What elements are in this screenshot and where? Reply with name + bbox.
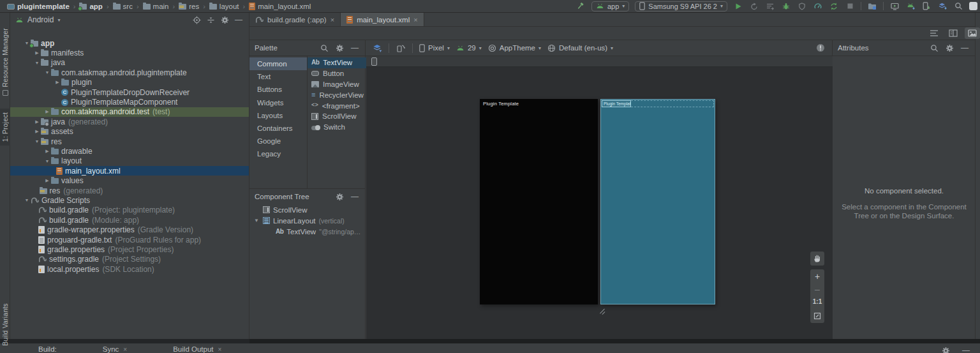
tree-arrow-icon[interactable]: ▶ bbox=[33, 119, 41, 124]
tree-arrow-icon[interactable]: ▼ bbox=[23, 198, 31, 202]
gear-icon[interactable] bbox=[334, 192, 345, 202]
run-with-coverage-button[interactable] bbox=[797, 1, 807, 11]
hide-panel-button[interactable]: — bbox=[350, 43, 360, 52]
rerun-button[interactable] bbox=[749, 1, 759, 11]
palette-category-buttons[interactable]: Buttons bbox=[249, 83, 307, 96]
tree-item[interactable]: ▶com.atakmap.android.test(test) bbox=[10, 107, 249, 117]
editor-tab-main-layout-xml[interactable]: main_layout.xml× bbox=[341, 13, 424, 26]
search-icon[interactable] bbox=[929, 43, 939, 53]
tree-item[interactable]: ▶values bbox=[10, 176, 249, 185]
palette-item-imageview[interactable]: ImageView bbox=[308, 79, 375, 90]
tree-item[interactable]: ▶manifests bbox=[10, 48, 249, 57]
palette-item-scrollview[interactable]: ScrollView bbox=[308, 111, 375, 122]
tree-item[interactable]: main_layout.xml bbox=[10, 166, 249, 176]
tree-item[interactable]: ▶plugin bbox=[10, 78, 249, 87]
tool-window-button--project[interactable]: 1: Project bbox=[0, 109, 10, 146]
palette-item-recyclerview[interactable]: ≡RecyclerView↓ bbox=[308, 89, 375, 100]
tree-item[interactable]: settings.gradle(Project Settings) bbox=[10, 255, 249, 264]
component-tree-item-textview[interactable]: AbTextView"@string/app_na... bbox=[249, 226, 365, 237]
search-icon[interactable] bbox=[319, 43, 329, 53]
close-icon[interactable]: × bbox=[218, 346, 222, 353]
tree-arrow-icon[interactable]: ▶ bbox=[33, 50, 41, 56]
tree-item[interactable]: local.properties(SDK Location) bbox=[10, 264, 249, 274]
device-select[interactable]: Samsung S9 API 26 2 ▾ bbox=[635, 1, 727, 11]
breadcrumb-item[interactable]: src bbox=[111, 3, 135, 10]
palette-category-legacy[interactable]: Legacy bbox=[249, 147, 307, 160]
gear-icon[interactable] bbox=[944, 43, 954, 53]
breadcrumb-item[interactable]: main bbox=[141, 3, 171, 10]
blueprint-preview[interactable]: Plugin Template bbox=[600, 99, 715, 304]
locale-select[interactable]: Default (en-us)▾ bbox=[547, 44, 613, 52]
palette-category-containers[interactable]: Containers bbox=[249, 122, 307, 135]
tree-item[interactable]: ▼com.atakmap.android.plugintemplate bbox=[10, 68, 249, 77]
gear-icon[interactable] bbox=[940, 345, 951, 353]
tree-item[interactable]: build.gradle(Module: app) bbox=[10, 215, 249, 225]
tool-window-button-build-variants[interactable]: Build Variants bbox=[0, 303, 10, 346]
build-tab-sync[interactable]: Sync× bbox=[103, 345, 127, 353]
tree-item[interactable]: ▶java(generated) bbox=[10, 117, 249, 126]
palette-item-button[interactable]: Button bbox=[308, 68, 375, 79]
zoom-ratio-button[interactable]: 1:1 bbox=[810, 295, 824, 309]
device-manager-button[interactable] bbox=[889, 1, 900, 11]
hide-panel-button[interactable]: — bbox=[350, 192, 360, 201]
apply-code-changes-button[interactable] bbox=[765, 1, 775, 11]
debug-button[interactable] bbox=[781, 1, 791, 11]
design-view-button[interactable] bbox=[965, 27, 980, 39]
close-icon[interactable]: × bbox=[123, 346, 127, 353]
tree-arrow-icon[interactable]: ▼ bbox=[253, 218, 260, 223]
palette-category-google[interactable]: Google bbox=[249, 135, 307, 147]
orientation-button[interactable] bbox=[396, 43, 406, 53]
tool-window-button-resource-manager[interactable]: Resource Manager bbox=[0, 28, 10, 98]
breadcrumb-item[interactable]: plugintemplate bbox=[5, 3, 71, 10]
tree-arrow-icon[interactable]: ▶ bbox=[43, 178, 51, 183]
run-config-select[interactable]: app ▾ bbox=[591, 1, 629, 11]
tree-item[interactable]: ▼res bbox=[10, 137, 249, 146]
device-resize-handle[interactable] bbox=[598, 308, 606, 315]
profiler-button[interactable] bbox=[813, 1, 823, 11]
tree-item[interactable]: PluginTemplateDropDownReceiver bbox=[10, 87, 249, 97]
tree-arrow-icon[interactable]: ▼ bbox=[43, 70, 51, 75]
design-surface[interactable]: Plugin Template Plugin Template + – 1:1 bbox=[366, 56, 833, 339]
issue-indicator[interactable] bbox=[815, 43, 826, 53]
tree-item[interactable]: ▶assets bbox=[10, 127, 249, 137]
tree-item[interactable]: ▶drawable bbox=[10, 146, 249, 156]
blueprint-textview[interactable]: Plugin Template bbox=[602, 100, 631, 107]
tree-arrow-icon[interactable]: ▶ bbox=[33, 129, 41, 134]
tree-arrow-icon[interactable]: ▶ bbox=[43, 109, 51, 114]
hide-panel-button[interactable]: — bbox=[234, 15, 244, 24]
breadcrumb-item[interactable]: main_layout.xml bbox=[247, 3, 313, 10]
theme-select[interactable]: AppTheme▾ bbox=[488, 44, 541, 52]
zoom-in-button[interactable]: + bbox=[810, 269, 824, 283]
project-structure-button[interactable] bbox=[867, 1, 877, 11]
palette-item-fragment[interactable]: <><fragment> bbox=[308, 100, 375, 111]
breadcrumb-item[interactable]: app bbox=[77, 3, 104, 10]
search-everywhere-button[interactable] bbox=[953, 1, 963, 11]
hide-panel-button[interactable]: — bbox=[961, 346, 971, 353]
tree-arrow-icon[interactable]: ▼ bbox=[33, 139, 41, 144]
chevron-down-icon[interactable]: ▾ bbox=[57, 17, 60, 23]
design-preview[interactable]: Plugin Template bbox=[480, 99, 598, 304]
build-tab-build-output[interactable]: Build Output× bbox=[173, 345, 221, 353]
zoom-out-button[interactable]: – bbox=[810, 283, 824, 295]
tree-arrow-icon[interactable]: ▶ bbox=[54, 80, 61, 85]
component-tree-item-linearlayout[interactable]: ▼LinearLayout(vertical) bbox=[249, 215, 365, 226]
tree-item[interactable]: proguard-gradle.txt(ProGuard Rules for a… bbox=[10, 235, 249, 244]
tree-item[interactable]: res(generated) bbox=[10, 186, 249, 195]
api-level-select[interactable]: 29▾ bbox=[456, 44, 482, 52]
user-avatar[interactable] bbox=[969, 2, 977, 10]
tree-arrow-icon[interactable]: ▶ bbox=[43, 149, 51, 154]
tree-arrow-icon[interactable]: ▼ bbox=[43, 159, 51, 163]
run-button[interactable] bbox=[733, 1, 743, 11]
component-tree-item-scrollview[interactable]: ScrollView bbox=[249, 204, 365, 215]
design-blueprint-toggle[interactable] bbox=[372, 43, 382, 53]
vcs-update-button[interactable] bbox=[937, 1, 947, 11]
tree-item[interactable]: ▼app bbox=[10, 38, 249, 48]
tree-arrow-icon[interactable]: ▼ bbox=[33, 61, 41, 65]
locate-file-button[interactable] bbox=[191, 15, 202, 25]
breadcrumb-item[interactable]: res bbox=[177, 3, 201, 10]
editor-tab-build-gradle-app-[interactable]: build.gradle (:app)× bbox=[249, 13, 341, 26]
gear-icon[interactable] bbox=[334, 43, 345, 53]
code-view-button[interactable] bbox=[926, 27, 942, 39]
build-hammer-button[interactable] bbox=[575, 1, 586, 11]
gear-icon[interactable] bbox=[219, 15, 230, 25]
